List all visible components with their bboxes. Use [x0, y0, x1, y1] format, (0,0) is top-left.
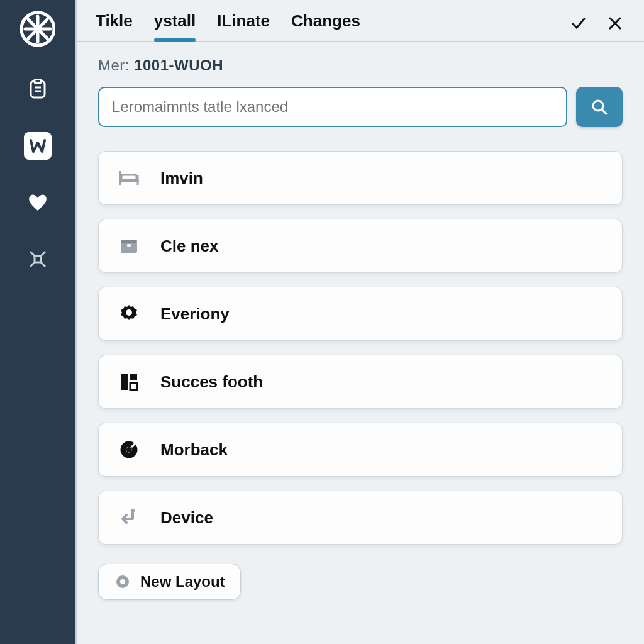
search-button[interactable] [576, 87, 623, 127]
svg-rect-23 [130, 374, 137, 380]
pin-icon [114, 573, 131, 591]
svg-rect-22 [121, 374, 128, 390]
tab-tikle[interactable]: Tikle [96, 11, 133, 41]
tab-actions [569, 13, 625, 40]
item-list: Imvin Cle nex [98, 151, 623, 545]
svg-rect-9 [35, 256, 41, 262]
sidebar-w-icon[interactable] [24, 132, 52, 160]
target-icon [116, 437, 142, 462]
list-item[interactable]: Device [98, 491, 623, 545]
meta-value: 1001-WUOH [134, 57, 223, 74]
sidebar-heart-icon[interactable] [24, 189, 52, 216]
main-panel: Tikle ystall ILinate Changes Mer: 1001-W… [75, 0, 644, 644]
tab-ilinate[interactable]: ILinate [217, 11, 270, 41]
list-item-label: Succes footh [160, 372, 263, 392]
svg-point-21 [126, 309, 132, 316]
list-item-label: Morback [160, 440, 228, 460]
search-input[interactable] [98, 87, 567, 127]
svg-rect-19 [121, 240, 137, 243]
svg-rect-24 [130, 383, 137, 390]
svg-line-13 [602, 109, 606, 114]
new-layout-label: New Layout [140, 573, 225, 591]
list-item[interactable]: Imvin [98, 151, 623, 205]
box-icon [116, 233, 142, 258]
confirm-button[interactable] [569, 13, 589, 33]
svg-rect-17 [121, 175, 136, 180]
tab-ystall[interactable]: ystall [154, 11, 196, 41]
list-item[interactable]: Everiony [98, 287, 623, 341]
search-row [98, 87, 623, 127]
route-icon [116, 505, 142, 530]
list-item[interactable]: Cle nex [98, 219, 623, 273]
svg-rect-6 [35, 79, 41, 83]
tab-changes[interactable]: Changes [291, 11, 360, 41]
bed-icon [116, 165, 142, 191]
gear-icon [116, 301, 142, 326]
new-layout-button[interactable]: New Layout [98, 564, 241, 600]
svg-point-27 [128, 448, 131, 452]
svg-rect-18 [121, 242, 137, 253]
content-area: Mer: 1001-WUOH [77, 42, 644, 613]
sidebar-crop-icon[interactable] [24, 245, 52, 273]
sidebar-clipboard-icon[interactable] [24, 75, 52, 103]
svg-point-31 [120, 579, 125, 584]
list-item[interactable]: Succes footh [98, 355, 623, 409]
tabs: Tikle ystall ILinate Changes [96, 11, 360, 41]
meta-prefix: Mer: [98, 57, 130, 74]
app-logo [20, 11, 55, 47]
columns-icon [116, 369, 142, 394]
list-item[interactable]: Morback [98, 423, 623, 477]
svg-rect-20 [127, 244, 131, 247]
list-item-label: Cle nex [160, 236, 219, 256]
list-item-label: Everiony [160, 304, 230, 324]
close-button[interactable] [605, 13, 625, 33]
sidebar [0, 0, 75, 644]
meta-label: Mer: 1001-WUOH [98, 57, 623, 74]
list-item-label: Imvin [160, 169, 203, 188]
tabs-row: Tikle ystall ILinate Changes [77, 0, 644, 42]
list-item-label: Device [160, 508, 213, 528]
